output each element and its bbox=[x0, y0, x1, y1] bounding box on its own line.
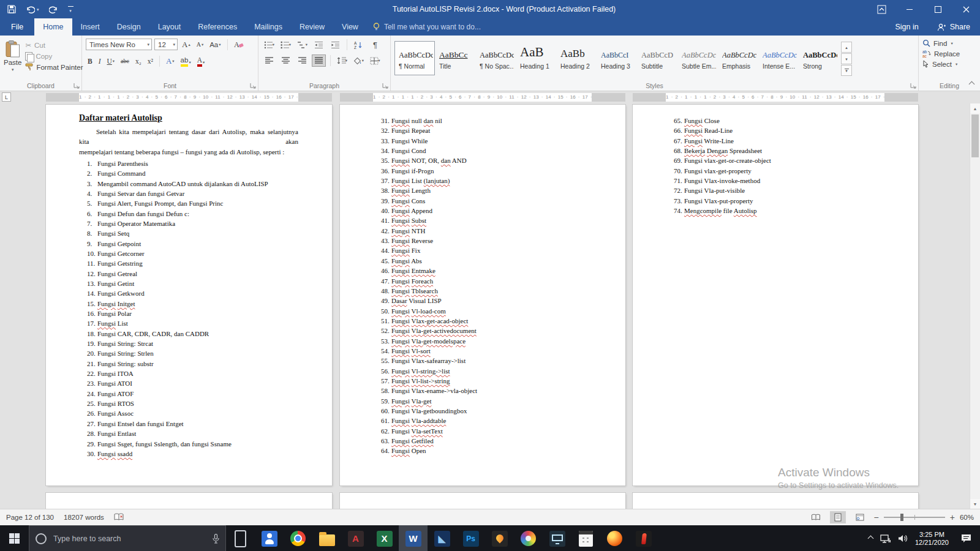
ribbon-display-options-button[interactable] bbox=[867, 0, 895, 18]
list-item[interactable]: 58.Fungsi Vlax-ename->vla-object bbox=[373, 386, 592, 395]
list-item[interactable]: 32.Fungsi Repeat bbox=[373, 126, 592, 135]
list-item[interactable]: 54.Fungsi Vl-sort bbox=[373, 346, 592, 356]
font-color-button[interactable]: A▾ bbox=[195, 55, 207, 67]
microphone-icon[interactable] bbox=[213, 534, 219, 544]
list-item[interactable]: 13.Fungsi Getint bbox=[79, 279, 298, 288]
text-effects-button[interactable]: A▾ bbox=[164, 56, 176, 66]
list-item[interactable]: 20.Fungsi String: Strlen bbox=[79, 348, 298, 358]
font-size-combo[interactable]: 12▾ bbox=[154, 39, 178, 50]
highlight-color-button[interactable]: ab▾ bbox=[179, 55, 193, 67]
list-item[interactable]: 5.Fungsi Alert, Fungsi Prompt, dan Fungs… bbox=[79, 198, 298, 208]
word-count[interactable]: 18207 words bbox=[64, 514, 104, 521]
line-spacing-button[interactable]: ▾ bbox=[335, 54, 349, 67]
list-item[interactable]: 46.Fungsi Entmake bbox=[373, 266, 592, 276]
list-item[interactable]: 9.Fungsi Getpoint bbox=[79, 239, 298, 249]
style-emphasis[interactable]: AaBbCcDcEmphasis bbox=[718, 41, 758, 75]
list-item[interactable]: 43.Fungsi Reverse bbox=[373, 236, 592, 246]
tray-chevron-icon[interactable] bbox=[869, 536, 873, 541]
list-item[interactable]: 64.Fungsi Open bbox=[373, 446, 592, 455]
justify-button[interactable] bbox=[312, 54, 326, 67]
your-phone-icon[interactable] bbox=[226, 525, 255, 551]
word-icon[interactable]: W bbox=[399, 525, 428, 551]
list-item[interactable]: 49.Dasar Visual LISP bbox=[373, 296, 592, 305]
list-item[interactable]: 29.Fungsi Ssget, fungsi Sslength, dan fu… bbox=[79, 439, 298, 449]
list-item[interactable]: 16.Fungsi Polar bbox=[79, 309, 298, 318]
redo-button[interactable] bbox=[49, 6, 58, 13]
document-page-5-partial[interactable] bbox=[340, 493, 625, 509]
page-indicator[interactable]: Page 12 of 130 bbox=[6, 514, 54, 521]
list-item[interactable]: 53.Fungsi Vla-get-modelspace bbox=[373, 336, 592, 346]
app-red-icon[interactable] bbox=[629, 525, 658, 551]
list-item[interactable]: 40.Fungsi Append bbox=[373, 206, 592, 216]
list-item[interactable]: 45.Fungsi Abs bbox=[373, 256, 592, 266]
list-item[interactable]: 65.Fungsi Close bbox=[666, 116, 884, 126]
tab-references[interactable]: References bbox=[189, 18, 246, 36]
proofing-errors-icon[interactable] bbox=[114, 513, 124, 522]
list-item[interactable]: 8.Fungsi Setq bbox=[79, 228, 298, 238]
subscript-button[interactable]: x₂ bbox=[134, 56, 143, 66]
taskbar-search-box[interactable] bbox=[29, 525, 226, 551]
zoom-slider-thumb[interactable] bbox=[900, 514, 903, 521]
list-item[interactable]: 36.Fungsi if-Progn bbox=[373, 166, 592, 176]
list-item[interactable]: 63.Fungsi Getfiled bbox=[373, 436, 592, 446]
list-item[interactable]: 50.Fungsi Vl-load-com bbox=[373, 306, 592, 316]
style-strong[interactable]: AaBbCcDcStrong bbox=[799, 41, 839, 75]
style-h1[interactable]: AaBHeading 1 bbox=[516, 41, 556, 75]
align-center-button[interactable] bbox=[279, 54, 293, 67]
list-item[interactable]: 59.Fungsi Vla-get bbox=[373, 396, 592, 406]
minimize-button[interactable] bbox=[895, 0, 924, 18]
ruler-segment[interactable]: 1 · 2 · 1 · 1 · 1 · 2 · 3 · 4 · 5 · 6 · … bbox=[340, 93, 625, 102]
align-left-button[interactable] bbox=[262, 54, 276, 67]
photoshop-icon[interactable]: Ps bbox=[456, 525, 485, 551]
list-item[interactable]: 7.Fungsi Operator Matematika bbox=[79, 219, 298, 228]
file-explorer-icon[interactable] bbox=[312, 525, 341, 551]
styles-scroll-down-button[interactable]: ▾ bbox=[841, 53, 852, 64]
tab-design[interactable]: Design bbox=[108, 18, 149, 36]
list-item[interactable]: 61.Fungsi Vla-addtable bbox=[373, 416, 592, 425]
clear-formatting-button[interactable]: A bbox=[232, 40, 246, 50]
superscript-button[interactable]: x² bbox=[146, 56, 155, 66]
list-item[interactable]: 38.Fungsi Length bbox=[373, 186, 592, 195]
list-item[interactable]: 68.Bekerja Dengan Spreadsheet bbox=[666, 146, 884, 156]
network-icon[interactable] bbox=[880, 534, 891, 543]
list-item[interactable]: 23.Fungsi ATOI bbox=[79, 378, 298, 388]
style-h3[interactable]: AaBbCcIHeading 3 bbox=[597, 41, 637, 75]
list-item[interactable]: 51.Fungsi Vlax-get-acad-object bbox=[373, 316, 592, 326]
action-center-icon[interactable] bbox=[956, 534, 976, 543]
list-item[interactable]: 17.Fungsi List bbox=[79, 318, 298, 328]
tab-view[interactable]: View bbox=[333, 18, 367, 36]
list-item[interactable]: 14.Fungsi Getkword bbox=[79, 288, 298, 298]
intro-line[interactable]: Setelah kita mempelajari tentang dasar d… bbox=[79, 127, 298, 147]
numbering-button[interactable]: ▾ bbox=[279, 39, 293, 51]
list-item[interactable]: 10.Fungsi Getcorner bbox=[79, 249, 298, 258]
customize-qat-button[interactable]: ▾ bbox=[68, 6, 74, 13]
list-item[interactable]: 57.Fungsi Vl-list->string bbox=[373, 376, 592, 386]
list-item[interactable]: 35.Fungsi NOT, OR, dan AND bbox=[373, 156, 592, 165]
tab-insert[interactable]: Insert bbox=[72, 18, 108, 36]
list-item[interactable]: 28.Fungsi Entlast bbox=[79, 429, 298, 438]
list-item[interactable]: 11.Fungsi Getstring bbox=[79, 258, 298, 268]
list-item[interactable]: 37.Fungsi List (lanjutan) bbox=[373, 176, 592, 186]
tab-home[interactable]: Home bbox=[34, 18, 72, 36]
start-button[interactable] bbox=[0, 525, 29, 551]
list-item[interactable]: 47.Fungsi Foreach bbox=[373, 276, 592, 286]
paste-button[interactable]: Paste ▾ bbox=[4, 39, 21, 81]
web-layout-button[interactable] bbox=[852, 511, 868, 523]
print-layout-button[interactable] bbox=[830, 511, 846, 523]
styles-more-button[interactable]: ▾ bbox=[841, 65, 852, 76]
cut-button[interactable]: ✂ Cut bbox=[25, 41, 83, 50]
style-nospac[interactable]: AaBbCcDc¶ No Spac... bbox=[475, 41, 516, 75]
chrome-icon[interactable] bbox=[284, 525, 312, 551]
tab-selector[interactable]: L bbox=[2, 92, 11, 102]
list-item[interactable]: 1.Fungsi Parenthesis bbox=[79, 159, 298, 168]
app-blue-icon[interactable]: ◣ bbox=[428, 525, 456, 551]
list-item[interactable]: 41.Fungsi Subst bbox=[373, 216, 592, 225]
excel-icon[interactable]: X bbox=[370, 525, 399, 551]
select-button[interactable]: Select▾ bbox=[922, 60, 976, 68]
style-subtleem[interactable]: AaBbCcDcSubtle Em... bbox=[677, 41, 718, 75]
list-item[interactable]: 55.Fungsi Vlax-safearray->list bbox=[373, 356, 592, 365]
save-icon[interactable] bbox=[7, 5, 16, 13]
style-intense[interactable]: AaBbCcDcIntense E... bbox=[758, 41, 799, 75]
list-item[interactable]: 48.Fungsi Tblsearch bbox=[373, 286, 592, 296]
list-item[interactable]: 34.Fungsi Cond bbox=[373, 146, 592, 156]
